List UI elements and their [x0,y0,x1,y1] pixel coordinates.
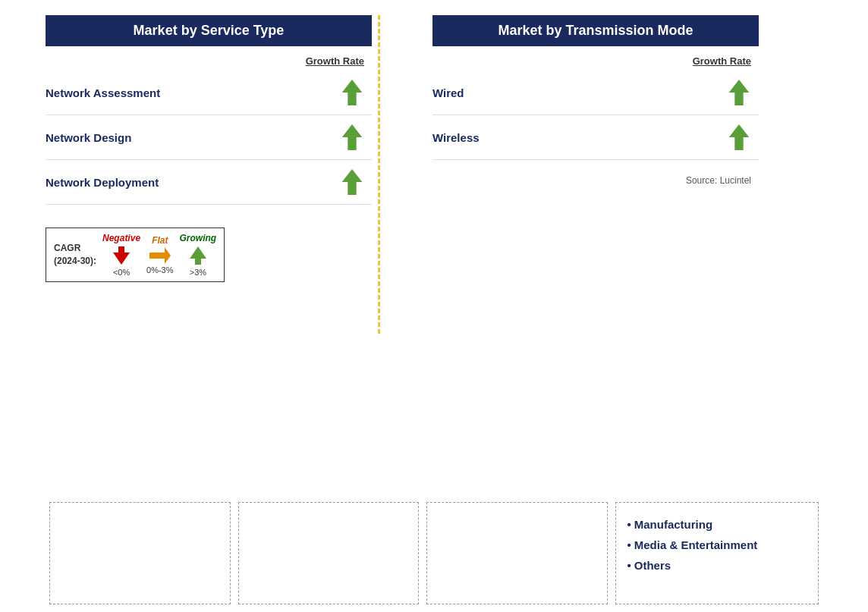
right-growth-rate-label: Growth Rate [432,55,759,67]
svg-marker-3 [113,246,130,265]
bullet-media-entertainment: • Media & Entertainment [627,535,807,555]
cagr-legend-box: CAGR(2024-30): Negative <0% Flat 0%-3% [46,228,225,282]
left-panel: Market by Service Type Growth Rate Netwo… [46,15,372,282]
left-panel-title: Market by Service Type [134,23,285,38]
bullet-others: • Others [627,555,807,576]
cagr-growing-range: >3% [190,268,206,277]
main-container: Market by Service Type Growth Rate Netwo… [0,0,868,612]
cagr-flat-range: 0%-3% [146,265,173,275]
network-design-label: Network Design [46,131,131,144]
network-deployment-label: Network Deployment [46,176,159,189]
bottom-section: • Manufacturing • Media & Entertainment … [0,494,868,612]
right-panel-header: Market by Transmission Mode [432,15,759,46]
network-deployment-arrow [340,168,364,196]
cagr-growing: Growing >3% [180,233,217,277]
left-panel-header: Market by Service Type [46,15,372,46]
svg-marker-2 [342,169,363,195]
svg-marker-4 [149,247,171,264]
wireless-arrow [727,123,751,152]
right-panel-title: Market by Transmission Mode [498,23,693,38]
source-text: Source: Lucintel [432,175,759,186]
network-assessment-arrow [340,78,364,107]
svg-marker-6 [729,80,750,105]
right-panel: Market by Transmission Mode Growth Rate … [432,15,759,282]
service-row-1: Network Assessment [46,71,372,115]
transmission-row-2: Wireless [432,115,759,160]
cagr-title: CAGR(2024-30): [54,242,96,268]
network-design-arrow [340,123,364,152]
svg-marker-5 [190,246,206,265]
cagr-growing-label: Growing [180,233,217,243]
cagr-negative-range: <0% [113,268,130,277]
service-row-2: Network Design [46,115,372,160]
top-section: Market by Service Type Growth Rate Netwo… [0,0,868,282]
svg-marker-0 [342,80,363,105]
green-up-arrow-legend-icon [190,245,206,266]
bottom-box-3 [426,502,608,604]
cagr-negative-label: Negative [102,233,140,243]
cagr-flat: Flat 0%-3% [146,235,173,275]
svg-marker-7 [729,124,750,150]
bottom-box-1 [49,502,231,604]
wireless-label: Wireless [432,131,480,144]
network-assessment-label: Network Assessment [46,86,160,99]
service-row-3: Network Deployment [46,160,372,205]
wired-arrow [727,78,751,107]
cagr-negative: Negative <0% [102,233,140,277]
bullet-manufacturing: • Manufacturing [627,514,807,535]
bottom-box-2 [238,502,420,604]
bottom-box-4: • Manufacturing • Media & Entertainment … [615,502,819,604]
orange-right-arrow-icon [148,247,172,264]
transmission-row-1: Wired [432,71,759,115]
wired-label: Wired [432,86,464,99]
red-down-arrow-icon [113,245,130,266]
svg-marker-1 [342,124,363,150]
cagr-flat-label: Flat [152,235,168,246]
vertical-separator [378,15,380,334]
left-growth-rate-label: Growth Rate [46,55,372,67]
